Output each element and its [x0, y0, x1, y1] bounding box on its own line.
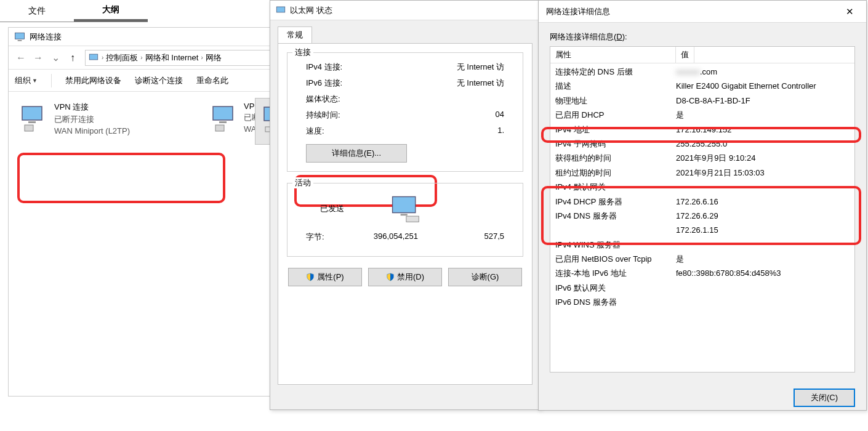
property-cell: IPv6 默认网关 — [550, 281, 676, 295]
nav-forward-icon[interactable]: → — [30, 49, 47, 66]
value-cell: 172.26.1.15 — [676, 223, 854, 237]
value-cell: 是 — [676, 108, 854, 122]
svg-rect-14 — [401, 214, 408, 216]
activity-group: 活动 已发送 字节: 396,054,251 527,5 — [287, 183, 523, 257]
details-button[interactable]: 详细信息(E)... — [306, 144, 407, 163]
ipv4-conn-label: IPv4 连接: — [306, 62, 342, 73]
explorer-title: 网络连接 — [30, 31, 62, 42]
document-tabs: 文件 大纲 — [0, 0, 148, 22]
table-row[interactable]: 获得租约的时间2021年9月9日 9:10:24 — [550, 151, 854, 165]
properties-button[interactable]: 属性(P) — [288, 268, 362, 286]
table-row[interactable]: 租约过期的时间2021年9月21日 15:03:03 — [550, 166, 854, 180]
nav-up-icon[interactable]: ↑ — [64, 49, 81, 66]
network-icon — [14, 31, 26, 43]
property-cell: 物理地址 — [550, 94, 676, 108]
property-cell: IPv4 WINS 服务器 — [550, 238, 676, 252]
table-row[interactable]: IPv4 DHCP 服务器172.26.6.16 — [550, 195, 854, 209]
property-cell: 租约过期的时间 — [550, 166, 676, 180]
col-value[interactable]: 值 — [676, 47, 694, 63]
activity-group-title: 活动 — [292, 177, 313, 188]
duration-label: 持续时间: — [306, 110, 340, 121]
property-cell: IPv4 DNS 服务器 — [550, 209, 676, 223]
table-row[interactable]: 已启用 DHCP是 — [550, 108, 854, 122]
breadcrumb-leaf[interactable]: 网络 — [206, 52, 222, 63]
value-cell: 255.255.255.0 — [676, 137, 854, 151]
value-cell: 172.16.149.152 — [676, 123, 854, 137]
property-cell: 已启用 DHCP — [550, 108, 676, 122]
network-icon — [275, 5, 286, 16]
toolbar-organize[interactable]: 组织▼ — [15, 75, 38, 86]
toolbar-rename[interactable]: 重命名此 — [196, 75, 228, 86]
table-row[interactable]: 连接特定的 DNS 后缀xxxxxx.com — [550, 65, 854, 79]
value-cell: Killer E2400 Gigabit Ethernet Controller — [676, 79, 854, 93]
table-row[interactable]: 连接-本地 IPv6 地址fe80::398b:6780:854:d458%3 — [550, 266, 854, 280]
value-cell: xxxxxx.com — [676, 65, 854, 79]
connection-group-title: 连接 — [292, 47, 313, 58]
details-title: 网络连接详细信息 — [546, 6, 610, 17]
table-row[interactable]: 172.26.1.15 — [550, 223, 854, 237]
table-row[interactable]: IPv4 默认网关 — [550, 180, 854, 194]
svg-rect-0 — [15, 33, 25, 39]
property-cell: IPv6 DNS 服务器 — [550, 295, 676, 309]
property-cell: 描述 — [550, 79, 676, 93]
bytes-sent: 396,054,251 — [343, 232, 455, 243]
value-cell — [676, 238, 854, 252]
connection-item-vpn2[interactable]: VPN 已断 WA — [206, 98, 255, 145]
property-cell: 连接-本地 IPv6 地址 — [550, 266, 676, 280]
breadcrumb-root[interactable]: 控制面板 — [106, 52, 138, 63]
property-cell — [550, 223, 676, 237]
breadcrumb-mid[interactable]: 网络和 Internet — [145, 52, 199, 63]
tab-general[interactable]: 常规 — [278, 26, 312, 43]
vpn-connection-icon — [17, 102, 49, 136]
status-tab-body: 连接 IPv4 连接:无 Internet 访 IPv6 连接:无 Intern… — [278, 43, 532, 385]
nav-dropdown-icon[interactable]: ⌄ — [47, 49, 64, 66]
connection-item-vpn[interactable]: VPN 连接 已断开连接 WAN Miniport (L2TP) — [14, 98, 206, 145]
table-row[interactable]: IPv4 DNS 服务器172.26.6.29 — [550, 209, 854, 223]
table-row[interactable]: IPv6 DNS 服务器 — [550, 295, 854, 309]
property-cell: 获得租约的时间 — [550, 151, 676, 165]
chevron-right-icon: › — [140, 54, 142, 61]
ipv6-conn-value: 无 Internet 访 — [457, 78, 504, 89]
table-row[interactable]: IPv6 默认网关 — [550, 281, 854, 295]
table-row[interactable]: IPv4 地址172.16.149.152 — [550, 123, 854, 137]
disable-button[interactable]: 禁用(D) — [368, 268, 442, 286]
table-row[interactable]: 描述Killer E2400 Gigabit Ethernet Controll… — [550, 79, 854, 93]
close-button[interactable]: 关闭(C) — [794, 389, 855, 407]
value-cell: 2021年9月21日 15:03:03 — [676, 166, 854, 180]
table-row[interactable]: 已启用 NetBIOS over Tcpip是 — [550, 252, 854, 266]
close-icon[interactable]: ✕ — [837, 3, 862, 20]
table-row[interactable]: IPv4 WINS 服务器 — [550, 238, 854, 252]
connection-status: 已断开连接 — [54, 114, 130, 125]
sent-label: 已发送 — [295, 203, 369, 214]
toolbar-diagnose[interactable]: 诊断这个连接 — [135, 75, 183, 86]
details-table: 属性 值 连接特定的 DNS 后缀xxxxxx.com描述Killer E240… — [550, 46, 855, 373]
value-cell — [676, 295, 854, 309]
details-table-header: 属性 值 — [550, 47, 854, 63]
svg-rect-4 — [28, 121, 36, 123]
property-cell: IPv4 地址 — [550, 123, 676, 137]
toolbar-disable[interactable]: 禁用此网络设备 — [65, 75, 121, 86]
svg-rect-15 — [406, 216, 419, 222]
ipv4-conn-value: 无 Internet 访 — [457, 62, 504, 73]
status-bottom-buttons: 属性(P) 禁用(D) 诊断(G) — [287, 268, 523, 286]
activity-monitor-icon — [389, 193, 421, 224]
tab-file[interactable]: 文件 — [0, 0, 74, 22]
tab-outline[interactable]: 大纲 — [74, 0, 148, 22]
col-property[interactable]: 属性 — [550, 47, 676, 63]
connection-group: 连接 IPv4 连接:无 Internet 访 IPv6 连接:无 Intern… — [287, 52, 523, 172]
speed-label: 速度: — [306, 126, 324, 137]
ipv6-conn-label: IPv6 连接: — [306, 78, 342, 89]
duration-value: 04 — [496, 110, 504, 121]
svg-rect-7 — [219, 121, 227, 123]
toolbar-separator — [51, 74, 52, 87]
value-cell: 172.26.6.16 — [676, 195, 854, 209]
table-row[interactable]: 物理地址D8-CB-8A-F1-BD-1F — [550, 94, 854, 108]
table-row[interactable]: IPv4 子网掩码255.255.255.0 — [550, 137, 854, 151]
property-cell: IPv4 默认网关 — [550, 180, 676, 194]
chevron-right-icon: › — [201, 54, 203, 61]
property-cell: 已启用 NetBIOS over Tcpip — [550, 252, 676, 266]
diagnose-button[interactable]: 诊断(G) — [448, 268, 522, 286]
details-dialog: 网络连接详细信息 ✕ 网络连接详细信息(D): 属性 值 连接特定的 DNS 后… — [538, 0, 867, 411]
property-cell: IPv4 子网掩码 — [550, 137, 676, 151]
nav-back-icon[interactable]: ← — [12, 49, 30, 66]
